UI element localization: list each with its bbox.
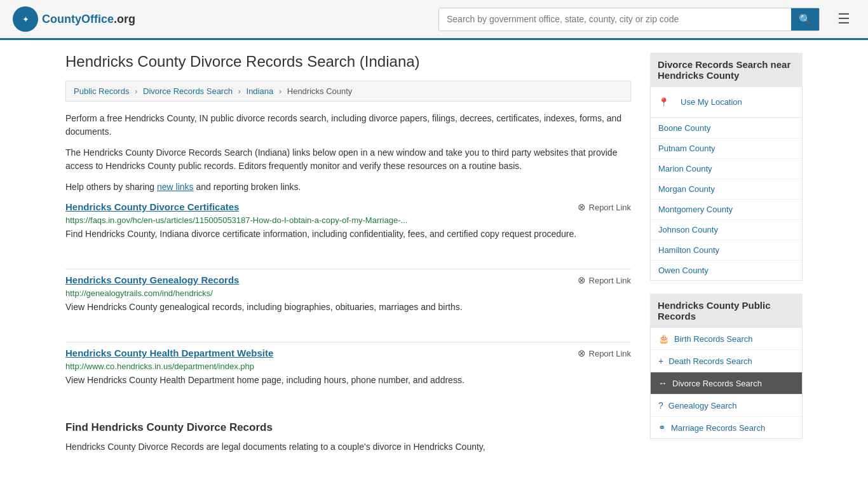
location-pin-icon: 📍	[658, 97, 669, 107]
record-entry-header-2: Hendricks County Health Department Websi…	[65, 348, 631, 359]
sidebar-record-icon-3: ?	[658, 400, 663, 410]
sidebar-record-link-0[interactable]: 🎂 Birth Records Search	[651, 328, 802, 349]
record-entry-0: Hendricks County Divorce Certificates ⊗ …	[65, 201, 631, 254]
nearby-owen-county: Owen County	[651, 261, 802, 280]
header: ✦ CountyOffice.org 🔍 ☰	[0, 0, 868, 40]
sidebar-record-item-2: ↔ Divorce Records Search	[651, 372, 802, 395]
nearby-johnson-county: Johnson County	[651, 220, 802, 240]
public-records-list: 🎂 Birth Records Search + Death Records S…	[650, 328, 803, 439]
new-links-link[interactable]: new links	[157, 182, 194, 192]
sidebar-record-icon-0: 🎂	[658, 334, 669, 344]
description-3: Help others by sharing new links and rep…	[65, 180, 631, 194]
sidebar-record-item-0: 🎂 Birth Records Search	[651, 328, 802, 350]
report-link-label-1: Report Link	[589, 276, 631, 285]
search-input[interactable]	[439, 9, 791, 29]
record-title-2[interactable]: Hendricks County Health Department Websi…	[65, 348, 273, 358]
record-divider-0	[65, 269, 631, 269]
breadcrumb-current: Hendricks County	[287, 86, 353, 96]
nearby-boone-county: Boone County	[651, 118, 802, 139]
sidebar-record-item-4: ⚭ Marriage Records Search	[651, 417, 802, 438]
record-title-1[interactable]: Hendricks County Genealogy Records	[65, 274, 239, 285]
record-entry-1: Hendricks County Genealogy Records ⊗ Rep…	[65, 274, 631, 327]
record-url-2: http://www.co.hendricks.in.us/department…	[65, 362, 631, 371]
record-desc-2: View Hendricks County Health Department …	[65, 374, 631, 387]
record-desc-1: View Hendricks County genealogical recor…	[65, 301, 631, 314]
nearby-hamilton-county: Hamilton County	[651, 240, 802, 261]
use-location-item: 📍 Use My Location	[651, 87, 802, 118]
records-container: Hendricks County Divorce Certificates ⊗ …	[65, 201, 631, 400]
record-entry-header-0: Hendricks County Divorce Certificates ⊗ …	[65, 201, 631, 213]
report-link-button-2[interactable]: ⊗ Report Link	[578, 348, 631, 359]
report-icon-0: ⊗	[578, 201, 586, 213]
logo-text: CountyOffice.org	[42, 13, 135, 26]
nearby-putnam-county: Putnam County	[651, 139, 802, 159]
nearby-montgomery-county: Montgomery County	[651, 200, 802, 220]
record-url-0: https://faqs.in.gov/hc/en-us/articles/11…	[65, 215, 631, 225]
content-area: Hendricks County Divorce Records Search …	[65, 53, 631, 461]
sidebar-record-icon-1: +	[658, 356, 663, 366]
find-records-heading: Find Hendricks County Divorce Records	[65, 415, 631, 434]
record-title-0[interactable]: Hendricks County Divorce Certificates	[65, 201, 239, 212]
public-records-section-title: Hendricks County Public Records	[650, 294, 803, 328]
record-url-1: http://genealogytrails.com/ind/hendricks…	[65, 288, 631, 298]
sidebar-record-icon-2: ↔	[658, 378, 667, 388]
main-container: Hendricks County Divorce Records Search …	[53, 40, 815, 474]
sidebar-record-link-2[interactable]: ↔ Divorce Records Search	[651, 372, 802, 394]
report-icon-1: ⊗	[578, 274, 586, 286]
description-2: The Hendricks County Divorce Records Sea…	[65, 146, 631, 173]
breadcrumb-indiana[interactable]: Indiana	[247, 86, 274, 96]
record-entry-header-1: Hendricks County Genealogy Records ⊗ Rep…	[65, 274, 631, 286]
breadcrumb-divorce-records[interactable]: Divorce Records Search	[143, 86, 233, 96]
use-location-link[interactable]: Use My Location	[673, 92, 750, 112]
nearby-morgan-county: Morgan County	[651, 179, 802, 200]
sidebar-record-link-4[interactable]: ⚭ Marriage Records Search	[651, 417, 802, 438]
sidebar: Divorce Records Search near Hendricks Co…	[650, 53, 803, 461]
nearby-section-title: Divorce Records Search near Hendricks Co…	[650, 53, 803, 87]
sidebar-record-item-1: + Death Records Search	[651, 350, 802, 372]
sidebar-record-label-2: Divorce Records Search	[672, 379, 762, 388]
report-link-label-2: Report Link	[589, 349, 631, 358]
sidebar-record-link-3[interactable]: ? Genealogy Search	[651, 395, 802, 416]
sidebar-record-label-0: Birth Records Search	[674, 334, 753, 344]
record-divider-1	[65, 342, 631, 342]
report-icon-2: ⊗	[578, 348, 586, 359]
nearby-section: Divorce Records Search near Hendricks Co…	[650, 53, 803, 281]
logo-icon: ✦	[13, 6, 38, 32]
sidebar-record-icon-4: ⚭	[658, 423, 666, 433]
public-records-section: Hendricks County Public Records 🎂 Birth …	[650, 294, 803, 439]
report-link-button-0[interactable]: ⊗ Report Link	[578, 201, 631, 213]
logo-link[interactable]: ✦ CountyOffice.org	[13, 6, 135, 32]
sidebar-record-label-3: Genealogy Search	[668, 401, 737, 410]
sidebar-record-link-1[interactable]: + Death Records Search	[651, 350, 802, 372]
search-button[interactable]: 🔍	[791, 8, 819, 30]
record-desc-0: Find Hendricks County, Indiana divorce c…	[65, 227, 631, 241]
description-1: Perform a free Hendricks County, IN publ…	[65, 112, 631, 139]
sidebar-record-item-3: ? Genealogy Search	[651, 395, 802, 417]
report-link-label-0: Report Link	[589, 203, 631, 212]
page-title: Hendricks County Divorce Records Search …	[65, 53, 631, 71]
bottom-description: Hendricks County Divorce Records are leg…	[65, 440, 631, 454]
search-bar: 🔍	[438, 8, 820, 31]
record-entry-2: Hendricks County Health Department Websi…	[65, 348, 631, 400]
svg-text:✦: ✦	[22, 15, 29, 24]
hamburger-menu-button[interactable]: ☰	[832, 8, 855, 30]
report-link-button-1[interactable]: ⊗ Report Link	[578, 274, 631, 286]
breadcrumb: Public Records › Divorce Records Search …	[65, 81, 631, 102]
nearby-marion-county: Marion County	[651, 159, 802, 179]
nearby-list: 📍 Use My Location Boone County Putnam Co…	[650, 87, 803, 281]
breadcrumb-public-records[interactable]: Public Records	[74, 86, 129, 96]
sidebar-record-label-4: Marriage Records Search	[671, 423, 765, 433]
sidebar-record-label-1: Death Records Search	[668, 356, 752, 366]
